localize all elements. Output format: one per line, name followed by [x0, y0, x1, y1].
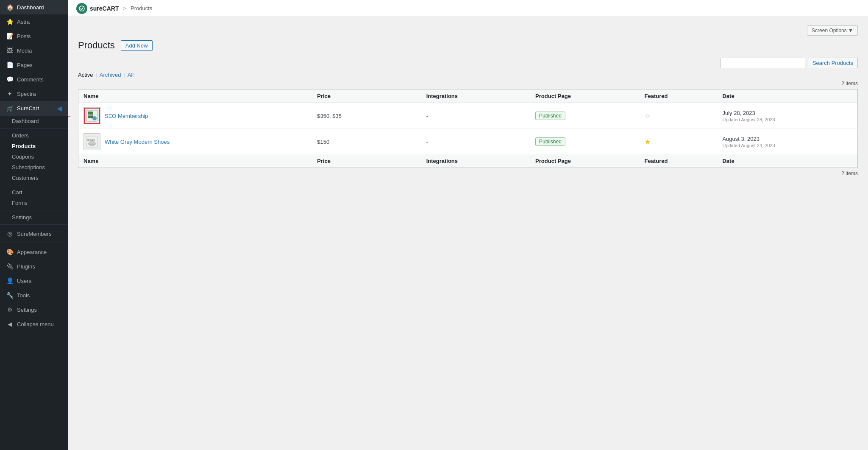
row1-name-cell: SEO SEO Membership ←	[78, 103, 312, 129]
surecart-icon: 🛒	[6, 105, 14, 112]
products-table: Name Price Integrations Product Page Fea…	[78, 89, 858, 168]
sidebar-sub-coupons[interactable]: Coupons	[0, 151, 68, 162]
sidebar: 🏠 Dashboard ⭐ Astra 📝 Posts 🖼 Media 📄 Pa…	[0, 0, 68, 450]
row2-published-badge: Published	[535, 137, 565, 146]
sidebar-item-media[interactable]: 🖼 Media	[0, 43, 68, 58]
row1-date-updated: Updated August 28, 2023	[722, 117, 852, 122]
sidebar-sub-label: Cart	[12, 189, 22, 196]
red-arrow: ←	[68, 110, 72, 122]
row1-thumbnail: SEO	[83, 107, 100, 124]
filter-tab-active[interactable]: Active	[78, 72, 93, 78]
col-product-page: Product Page	[530, 89, 639, 103]
sidebar-item-label: Astra	[17, 19, 30, 25]
sidebar-sub-label: Products	[12, 143, 36, 149]
sidebar-item-label: Dashboard	[17, 4, 44, 11]
row2-star[interactable]: ★	[645, 138, 651, 145]
sidebar-item-label: Tools	[17, 292, 30, 299]
sidebar-divider	[0, 128, 68, 129]
sidebar-item-suremembers[interactable]: ◎ SureMembers	[0, 226, 68, 241]
breadcrumb-separator: >	[123, 5, 126, 11]
row2-date-main: August 3, 2023	[722, 136, 852, 142]
foot-col-name: Name	[78, 154, 312, 168]
media-icon: 🖼	[6, 47, 14, 54]
table-header-row: Name Price Integrations Product Page Fea…	[78, 89, 858, 103]
items-count-bottom: 2 items	[78, 170, 858, 176]
sidebar-item-dashboard[interactable]: 🏠 Dashboard	[0, 0, 68, 14]
filter-tab-all[interactable]: All	[128, 72, 134, 78]
foot-col-product-page: Product Page	[530, 154, 639, 168]
table-head: Name Price Integrations Product Page Fea…	[78, 89, 858, 103]
main-content: sureCART > Products Screen Options ▼ Pro…	[68, 0, 868, 450]
row1-published-badge: Published	[535, 112, 565, 120]
row2-product-link[interactable]: White Grey Modern Shoes	[105, 139, 170, 145]
sidebar-item-collapse[interactable]: ◀ Collapse menu	[0, 317, 68, 331]
row1-star[interactable]: ☆	[645, 112, 651, 120]
sidebar-item-appearance[interactable]: 🎨 Appearance	[0, 245, 68, 259]
sidebar-divider2	[0, 185, 68, 185]
filter-tab-archived[interactable]: Archived	[100, 72, 121, 78]
row2-thumbnail: SHOES	[83, 133, 100, 150]
sidebar-item-astra[interactable]: ⭐ Astra	[0, 14, 68, 29]
sidebar-item-tools[interactable]: 🔧 Tools	[0, 288, 68, 302]
sidebar-item-posts[interactable]: 📝 Posts	[0, 29, 68, 43]
sidebar-item-surecart[interactable]: 🛒 SureCart ◀	[0, 101, 68, 116]
sidebar-sub-cart[interactable]: Cart	[0, 187, 68, 198]
search-row: Search Products	[78, 58, 858, 68]
filter-separator-2: |	[123, 72, 125, 78]
sidebar-sub-orders[interactable]: Orders	[0, 130, 68, 141]
appearance-icon: 🎨	[6, 248, 14, 256]
suremembers-icon: ◎	[6, 230, 14, 238]
svg-text:SEO: SEO	[88, 114, 93, 116]
table-row: SEO SEO Membership ←	[78, 103, 858, 129]
sidebar-item-comments[interactable]: 💬 Comments	[0, 72, 68, 87]
sidebar-sub-dashboard[interactable]: Dashboard	[0, 116, 68, 126]
col-featured: Featured	[640, 89, 718, 103]
row1-integrations: -	[421, 103, 530, 129]
row1-product-link[interactable]: SEO Membership	[105, 113, 148, 119]
sidebar-item-label: Spectra	[17, 91, 36, 97]
sidebar-sub-products[interactable]: Products	[0, 141, 68, 151]
table-foot: Name Price Integrations Product Page Fea…	[78, 154, 858, 168]
foot-col-featured: Featured	[640, 154, 718, 168]
sidebar-item-label: Plugins	[17, 263, 35, 270]
sidebar-item-settings[interactable]: ⚙ Settings	[0, 302, 68, 317]
row1-featured: ☆	[640, 103, 718, 129]
search-input[interactable]	[721, 58, 805, 68]
sidebar-item-label: Pages	[17, 62, 33, 68]
sidebar-sub-label: Subscriptions	[12, 164, 45, 170]
row2-date-updated: Updated August 24, 2023	[722, 143, 852, 148]
page-title-row: Products Add New	[78, 40, 858, 51]
sidebar-sub-settings[interactable]: Settings	[0, 212, 68, 223]
collapse-icon: ◀	[6, 320, 14, 328]
dashboard-icon: 🏠	[6, 3, 14, 11]
content-area: Screen Options ▼ Products Add New Search…	[68, 17, 868, 450]
svg-point-0	[79, 6, 84, 11]
sidebar-sub-forms[interactable]: Forms	[0, 198, 68, 208]
sidebar-item-plugins[interactable]: 🔌 Plugins	[0, 259, 68, 274]
sidebar-item-label: Comments	[17, 76, 44, 83]
row1-price: $350, $35	[312, 103, 421, 129]
header-bar: sureCART > Products	[68, 0, 868, 17]
logo-circle	[76, 3, 87, 14]
screen-options-button[interactable]: Screen Options ▼	[807, 25, 858, 36]
sidebar-item-label: Collapse menu	[17, 321, 54, 327]
sidebar-sub-label: Orders	[12, 132, 29, 139]
sidebar-item-pages[interactable]: 📄 Pages	[0, 58, 68, 72]
search-products-button[interactable]: Search Products	[808, 58, 858, 68]
sidebar-sub-label: Forms	[12, 200, 28, 206]
plugins-icon: 🔌	[6, 263, 14, 270]
sidebar-item-users[interactable]: 👤 Users	[0, 274, 68, 288]
row2-featured: ★	[640, 129, 718, 155]
row1-thumbnail-wrapper: SEO	[83, 107, 100, 124]
sidebar-item-spectra[interactable]: ✦ Spectra	[0, 87, 68, 101]
add-new-button[interactable]: Add New	[121, 40, 153, 51]
foot-col-date: Date	[717, 154, 857, 168]
sidebar-sub-customers[interactable]: Customers	[0, 173, 68, 183]
table-footer-row: Name Price Integrations Product Page Fea…	[78, 154, 858, 168]
posts-icon: 📝	[6, 32, 14, 40]
filter-tabs: Active | Archived | All	[78, 72, 858, 78]
svg-point-4	[92, 116, 97, 120]
pages-icon: 📄	[6, 61, 14, 69]
users-icon: 👤	[6, 277, 14, 285]
sidebar-sub-subscriptions[interactable]: Subscriptions	[0, 162, 68, 173]
